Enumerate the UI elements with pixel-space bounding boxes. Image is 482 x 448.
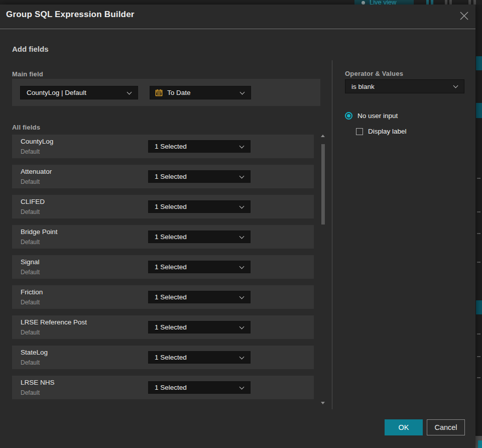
main-field-container: CountyLog | Default To Date (12, 79, 320, 106)
display-label-checkbox[interactable]: Display label (356, 128, 407, 135)
background-text-fragment (477, 377, 480, 378)
background-text-fragment (477, 262, 480, 263)
field-subtitle: Default (21, 359, 40, 366)
field-row-countylog: CountyLog Default 1 Selected (12, 135, 314, 158)
panel-divider (332, 60, 332, 409)
field-row-lrse-reference-post: LRSE Reference Post Default 1 Selected (12, 315, 314, 339)
cancel-button[interactable]: Cancel (427, 419, 465, 435)
live-view-button: Live view (354, 0, 414, 5)
chevron-down-icon (239, 324, 245, 329)
toolbar-bar-icon (473, 0, 476, 5)
calendar-icon (155, 89, 163, 96)
field-values-dropdown[interactable]: 1 Selected (148, 231, 251, 243)
live-view-dot-icon (362, 1, 365, 5)
toolbar-bar-icon (431, 0, 433, 5)
background-chip (476, 300, 482, 314)
main-field-dropdown[interactable]: CountyLog | Default (20, 86, 138, 99)
background-text-fragment (477, 233, 480, 234)
live-view-label: Live view (370, 0, 396, 5)
field-subtitle: Default (21, 239, 40, 246)
background-teal-sliver (478, 440, 482, 448)
chevron-down-icon (127, 89, 132, 94)
field-subtitle: Default (21, 299, 40, 306)
chevron-down-icon (239, 384, 245, 389)
main-field-dropdown-value: CountyLog | Default (21, 89, 128, 96)
operator-dropdown-value: is blank (345, 83, 454, 90)
field-subtitle: Default (21, 208, 40, 215)
radio-selected-icon (345, 112, 352, 120)
scrollbar-thumb[interactable] (321, 144, 325, 225)
background-right-strip (475, 5, 482, 448)
dialog-title: Group SQL Expression Builder (6, 10, 135, 20)
list-scrollbar[interactable] (321, 132, 325, 405)
field-subtitle: Default (21, 148, 40, 155)
background-text-fragment (477, 211, 480, 212)
radio-label: No user input (357, 112, 398, 120)
title-divider (0, 29, 475, 29)
field-name: CountyLog (21, 138, 53, 145)
field-name: Bridge Point (21, 228, 58, 236)
field-row-clifed: CLIFED Default 1 Selected (12, 195, 314, 218)
chevron-down-icon (240, 89, 245, 94)
background-chip (476, 103, 482, 118)
all-fields-list: CountyLog Default 1 Selected Attenuator … (12, 135, 314, 406)
field-name: CLIFED (21, 198, 45, 205)
field-values-dropdown[interactable]: 1 Selected (148, 200, 251, 213)
close-icon (460, 12, 468, 20)
field-name: Attenuator (21, 168, 52, 175)
field-name: LRSE Reference Post (21, 318, 87, 326)
checkbox-unchecked-icon (356, 128, 363, 135)
operator-dropdown[interactable]: is blank (345, 79, 464, 93)
field-values-dropdown[interactable]: 1 Selected (148, 291, 251, 303)
field-row-lrse-nhs: LRSE NHS Default 1 Selected (12, 376, 314, 399)
chevron-down-icon (453, 83, 458, 88)
field-values-dropdown[interactable]: 1 Selected (148, 351, 251, 364)
date-dropdown-value: To Date (163, 89, 240, 96)
background-chip (476, 56, 482, 70)
chevron-down-icon (239, 203, 245, 208)
field-subtitle: Default (21, 269, 40, 276)
chevron-down-icon (239, 264, 245, 269)
chevron-down-icon (239, 234, 245, 239)
field-row-attenuator: Attenuator Default 1 Selected (12, 165, 314, 188)
background-bottom-strip (475, 436, 482, 448)
field-values-dropdown[interactable]: 1 Selected (148, 170, 251, 183)
field-row-signal: Signal Default 1 Selected (12, 255, 314, 279)
scroll-up-arrow-icon[interactable] (321, 135, 325, 137)
chevron-down-icon (239, 173, 245, 178)
field-values-dropdown[interactable]: 1 Selected (148, 140, 251, 153)
main-field-label: Main field (12, 70, 43, 78)
background-topbar: Live view (0, 0, 482, 5)
ok-button[interactable]: OK (385, 419, 423, 435)
background-text-fragment (477, 356, 480, 357)
field-values-dropdown[interactable]: 1 Selected (148, 261, 251, 273)
operator-values-label: Operator & Values (345, 70, 403, 77)
field-subtitle: Default (21, 178, 40, 185)
all-fields-label: All fields (12, 124, 40, 131)
toolbar-bar-icon (426, 0, 429, 5)
background-text-fragment (477, 178, 480, 179)
chevron-down-icon (239, 354, 245, 359)
screen: Live view Group SQL Expression Builder (0, 0, 482, 448)
toolbar-bar-icon (468, 0, 471, 5)
no-user-input-radio[interactable]: No user input (345, 112, 398, 120)
field-name: Friction (21, 288, 43, 296)
main-field-date-dropdown[interactable]: To Date (150, 86, 251, 99)
add-fields-heading: Add fields (12, 45, 49, 53)
chevron-down-icon (239, 294, 245, 299)
field-subtitle: Default (21, 389, 40, 396)
field-name: LRSE NHS (21, 379, 55, 386)
field-subtitle: Default (21, 329, 40, 336)
group-sql-expression-builder-dialog: Group SQL Expression Builder Add fields … (0, 5, 475, 448)
checkbox-label: Display label (368, 128, 407, 135)
field-values-dropdown[interactable]: 1 Selected (148, 381, 251, 394)
field-name: Signal (21, 258, 40, 266)
toolbar-bar-icon (445, 0, 447, 5)
chevron-down-icon (239, 143, 245, 148)
close-button[interactable] (458, 10, 469, 21)
field-row-bridge-point: Bridge Point Default 1 Selected (12, 225, 314, 249)
background-text-fragment (477, 333, 480, 334)
field-row-friction: Friction Default 1 Selected (12, 285, 314, 309)
field-values-dropdown[interactable]: 1 Selected (148, 321, 251, 333)
scroll-down-arrow-icon[interactable] (321, 402, 325, 404)
